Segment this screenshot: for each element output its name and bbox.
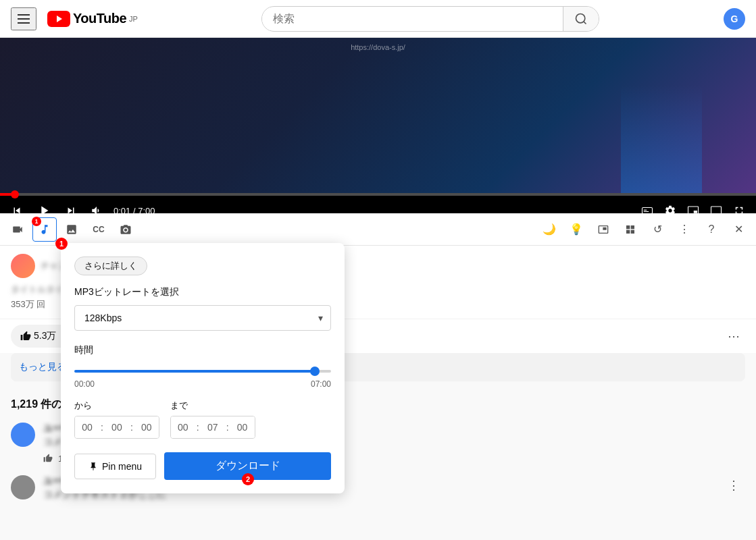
to-hour-input[interactable] bbox=[171, 416, 195, 438]
search-bar bbox=[261, 6, 599, 32]
miniplayer-button[interactable] bbox=[684, 202, 702, 213]
progress-dot bbox=[11, 190, 19, 198]
svg-rect-14 bbox=[631, 230, 634, 233]
popup-badge-2: 2 bbox=[242, 473, 254, 485]
bitrate-select[interactable]: 128Kbps 64Kbps 192Kbps 320Kbps bbox=[74, 305, 331, 331]
header-left: YouTube JP bbox=[11, 7, 138, 30]
pip-btn[interactable] bbox=[591, 217, 615, 242]
more-actions-button[interactable]: ⋯ bbox=[722, 326, 745, 346]
time-range-slider[interactable] bbox=[74, 370, 331, 373]
youtube-logo: YouTube JP bbox=[47, 11, 138, 27]
close-ext-btn[interactable]: ✕ bbox=[726, 217, 751, 242]
time-display: 0:01 / 7:00 bbox=[114, 206, 155, 214]
to-second-input[interactable] bbox=[230, 416, 255, 438]
channel-avatar bbox=[11, 254, 35, 278]
svg-rect-11 bbox=[626, 225, 630, 229]
video-controls: 0:01 / 7:00 bbox=[0, 196, 756, 213]
bitrate-select-container: 128Kbps 64Kbps 192Kbps 320Kbps ▾ bbox=[74, 305, 331, 331]
subtitles-button[interactable] bbox=[638, 202, 656, 213]
video-title-overlay bbox=[246, 103, 511, 128]
camera-ext-btn[interactable] bbox=[5, 217, 30, 242]
more-options-btn[interactable]: ⋮ bbox=[672, 217, 697, 242]
time-range-labels: 00:00 07:00 bbox=[74, 379, 331, 389]
header-right: G bbox=[724, 8, 745, 30]
slider-container bbox=[74, 363, 331, 375]
search-button[interactable] bbox=[563, 7, 599, 31]
to-time-input: : : bbox=[170, 416, 255, 439]
svg-rect-12 bbox=[631, 225, 634, 229]
search-area bbox=[138, 6, 724, 32]
play-button[interactable] bbox=[34, 200, 54, 213]
skip-back-button[interactable] bbox=[8, 202, 26, 213]
youtube-text: YouTube bbox=[73, 11, 126, 26]
download-popup: 1 さらに詳しく MP3ビットレートを選択 128Kbps 64Kbps 192… bbox=[61, 243, 345, 493]
to-sep-2: : bbox=[225, 422, 230, 433]
bitrate-label: MP3ビットレートを選択 bbox=[74, 286, 331, 298]
extension-toolbar: 1 CC 🌙 💡 ↺ ⋮ bbox=[0, 213, 756, 246]
comment-avatar-1 bbox=[11, 423, 35, 447]
to-group: まで : : bbox=[170, 400, 255, 439]
svg-rect-8 bbox=[694, 211, 697, 213]
help-btn[interactable]: ? bbox=[699, 217, 724, 242]
time-start-label: 00:00 bbox=[74, 379, 95, 389]
music-ext-btn[interactable]: 1 bbox=[32, 217, 57, 242]
from-sep-1: : bbox=[99, 422, 105, 433]
video-thumbnail: https://dova-s.jp/ bbox=[0, 38, 756, 193]
from-group: から : : bbox=[74, 400, 159, 439]
svg-point-10 bbox=[124, 228, 128, 232]
time-end-label: 07:00 bbox=[311, 379, 331, 389]
ext-toolbar-right: 🌙 💡 ↺ ⋮ ? ✕ bbox=[537, 217, 751, 242]
theater-button[interactable] bbox=[707, 202, 725, 213]
comment-more-btn[interactable]: ⋮ bbox=[722, 475, 745, 495]
from-time-input: : : bbox=[74, 416, 159, 439]
video-person-overlay bbox=[621, 85, 702, 193]
to-minute-input[interactable] bbox=[201, 416, 225, 438]
pin-menu-button[interactable]: Pin menu bbox=[74, 454, 156, 479]
svg-point-2 bbox=[576, 14, 585, 22]
to-sep-1: : bbox=[195, 422, 201, 433]
header: YouTube JP G bbox=[0, 0, 756, 38]
layout-btn[interactable] bbox=[618, 217, 642, 242]
volume-button[interactable] bbox=[88, 202, 105, 213]
search-input[interactable] bbox=[262, 7, 563, 30]
video-player: https://dova-s.jp/ bbox=[0, 38, 756, 213]
time-label: 時間 bbox=[74, 344, 331, 356]
more-details-link[interactable]: さらに詳しく bbox=[74, 256, 147, 275]
jp-text: JP bbox=[129, 15, 138, 23]
video-watermark: https://dova-s.jp/ bbox=[351, 43, 405, 51]
bulb-btn[interactable]: 💡 bbox=[564, 217, 588, 242]
from-minute-input[interactable] bbox=[105, 416, 129, 438]
skip-forward-button[interactable] bbox=[62, 202, 80, 213]
fullscreen-button[interactable] bbox=[730, 202, 748, 213]
see-more-link[interactable]: もっと見る bbox=[19, 361, 66, 372]
popup-badge-1: 1 bbox=[55, 238, 68, 250]
youtube-icon bbox=[47, 11, 70, 27]
ctrl-right-buttons bbox=[638, 202, 748, 213]
cc-ext-btn[interactable]: CC bbox=[86, 217, 111, 242]
darkmode-btn[interactable]: 🌙 bbox=[537, 217, 561, 242]
svg-rect-9 bbox=[711, 207, 722, 213]
music-badge: 1 bbox=[32, 217, 41, 226]
popup-footer: 2 Pin menu ダウンロード bbox=[74, 452, 331, 480]
menu-button[interactable] bbox=[11, 7, 36, 30]
comment-avatar-2 bbox=[11, 475, 35, 500]
svg-line-3 bbox=[584, 21, 586, 24]
progress-bar-container[interactable] bbox=[0, 193, 756, 196]
to-label: まで bbox=[170, 400, 255, 412]
screenshot-ext-btn[interactable] bbox=[114, 217, 138, 242]
from-sep-2: : bbox=[129, 422, 134, 433]
from-second-input[interactable] bbox=[134, 416, 159, 438]
from-to-container: から : : まで : : bbox=[74, 400, 331, 439]
settings-button[interactable] bbox=[661, 202, 679, 213]
from-label: から bbox=[74, 400, 159, 412]
refresh-btn[interactable]: ↺ bbox=[645, 217, 670, 242]
svg-rect-13 bbox=[626, 230, 630, 233]
from-hour-input[interactable] bbox=[75, 416, 99, 438]
avatar[interactable]: G bbox=[724, 8, 745, 30]
like-button[interactable]: 5.3万 bbox=[11, 325, 66, 348]
